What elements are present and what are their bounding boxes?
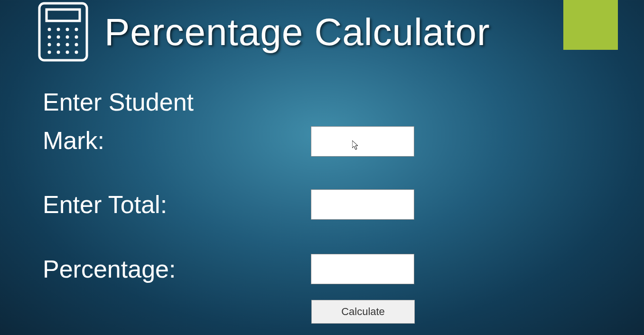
svg-point-12 <box>66 43 69 47</box>
svg-point-15 <box>57 51 60 54</box>
student-mark-row: Enter StudentMark: <box>43 83 414 159</box>
total-row: Enter Total: <box>43 186 414 224</box>
calculator-form: Enter StudentMark: Enter Total: Percenta… <box>43 83 414 314</box>
svg-point-4 <box>66 28 69 31</box>
calculator-icon <box>37 1 89 65</box>
page-title: Percentage Calculator <box>104 10 490 54</box>
header: Percentage Calculator <box>37 0 490 65</box>
svg-point-17 <box>75 51 78 54</box>
calculate-button[interactable]: Calculate <box>311 300 415 324</box>
total-label: Enter Total: <box>43 186 311 224</box>
accent-decoration <box>563 0 618 50</box>
svg-point-5 <box>75 28 78 31</box>
svg-rect-1 <box>47 9 80 21</box>
percentage-row: Percentage: <box>43 250 414 288</box>
svg-point-13 <box>75 43 78 47</box>
svg-point-11 <box>57 43 60 47</box>
total-input[interactable] <box>311 189 414 220</box>
svg-point-9 <box>75 36 78 39</box>
svg-point-16 <box>66 51 69 54</box>
percentage-output[interactable] <box>311 254 414 284</box>
svg-point-3 <box>57 28 60 31</box>
svg-point-14 <box>48 51 51 54</box>
svg-point-8 <box>66 36 69 39</box>
percentage-label: Percentage: <box>43 250 311 288</box>
svg-point-6 <box>48 36 51 39</box>
svg-point-10 <box>48 43 51 47</box>
svg-point-7 <box>57 36 60 39</box>
student-mark-label: Enter StudentMark: <box>43 83 311 159</box>
student-mark-input[interactable] <box>311 126 414 157</box>
svg-point-2 <box>48 28 51 31</box>
